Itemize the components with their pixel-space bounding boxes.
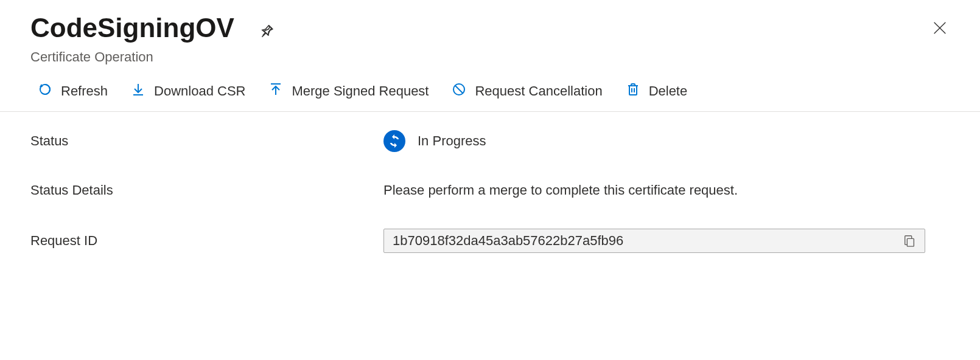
download-csr-label: Download CSR	[154, 83, 245, 99]
refresh-label: Refresh	[61, 83, 108, 99]
request-id-box: 1b70918f32da45a3ab57622b27a5fb96	[383, 229, 925, 253]
cancel-icon	[452, 82, 466, 100]
page-header: CodeSigningOV Certificate Operation	[0, 0, 980, 65]
content-area: Status In Progress Status Details Please…	[0, 112, 980, 302]
status-value: In Progress	[418, 133, 486, 149]
trash-icon	[626, 82, 640, 100]
download-csr-button[interactable]: Download CSR	[131, 82, 245, 100]
merge-signed-button[interactable]: Merge Signed Request	[268, 82, 429, 100]
merge-signed-label: Merge Signed Request	[292, 83, 429, 99]
status-label: Status	[30, 133, 383, 149]
in-progress-icon	[383, 130, 405, 152]
svg-rect-10	[907, 238, 914, 246]
copy-button[interactable]	[903, 234, 916, 248]
toolbar: Refresh Download CSR Merge Signed Reques…	[0, 65, 980, 112]
request-cancellation-button[interactable]: Request Cancellation	[452, 82, 602, 100]
title-block: CodeSigningOV Certificate Operation	[30, 12, 275, 65]
request-id-value: 1b70918f32da45a3ab57622b27a5fb96	[393, 233, 903, 249]
status-details-label: Status Details	[30, 182, 383, 198]
close-button[interactable]	[930, 18, 950, 38]
pin-icon[interactable]	[259, 23, 275, 39]
request-id-row: Request ID 1b70918f32da45a3ab57622b27a5f…	[30, 229, 950, 253]
svg-line-7	[455, 85, 463, 93]
refresh-icon	[38, 82, 52, 100]
request-id-label: Request ID	[30, 233, 383, 249]
request-cancellation-label: Request Cancellation	[475, 83, 602, 99]
status-details-row: Status Details Please perform a merge to…	[30, 182, 950, 198]
delete-button[interactable]: Delete	[626, 82, 688, 100]
refresh-button[interactable]: Refresh	[38, 82, 108, 100]
title-row: CodeSigningOV	[30, 12, 275, 44]
status-details-value: Please perform a merge to complete this …	[383, 182, 950, 198]
status-value-wrap: In Progress	[383, 130, 950, 152]
page-subtitle: Certificate Operation	[30, 49, 275, 65]
status-row: Status In Progress	[30, 130, 950, 152]
page-title: CodeSigningOV	[30, 12, 234, 44]
download-icon	[131, 82, 145, 100]
delete-label: Delete	[649, 83, 688, 99]
upload-icon	[268, 82, 283, 100]
